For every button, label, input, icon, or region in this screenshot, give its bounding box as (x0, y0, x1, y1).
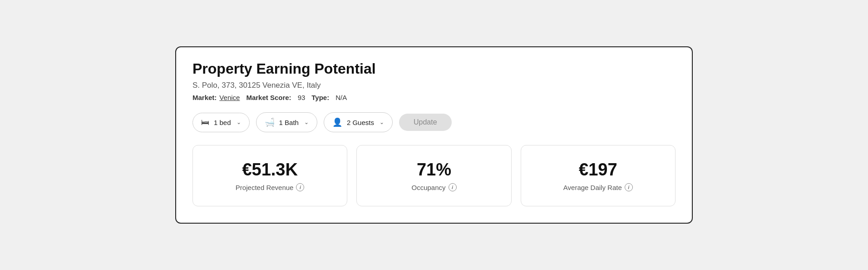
type-label: Type: (311, 94, 329, 101)
bath-dropdown[interactable]: 🛁 1 Bath ⌄ (256, 112, 317, 132)
bed-chevron-icon: ⌄ (237, 119, 241, 125)
occupancy-label-row: Occupancy i (411, 183, 456, 191)
bed-dropdown[interactable]: 🛏 1 bed ⌄ (192, 113, 250, 132)
update-button[interactable]: Update (399, 114, 452, 131)
market-link[interactable]: Venice (219, 94, 240, 101)
bath-icon: 🛁 (265, 117, 275, 127)
type-value: N/A (335, 94, 347, 101)
occupancy-info-icon[interactable]: i (449, 183, 457, 191)
page-title: Property Earning Potential (192, 60, 676, 77)
projected-revenue-value: €51.3K (242, 160, 298, 180)
adr-label-row: Average Daily Rate i (563, 183, 633, 191)
occupancy-card: 71% Occupancy i (356, 145, 511, 206)
property-earning-card: Property Earning Potential S. Polo, 373,… (175, 46, 693, 224)
adr-value: €197 (579, 160, 617, 180)
meta-row: Market: Venice Market Score: 93 Type: N/… (192, 94, 676, 101)
guest-icon: 👤 (332, 117, 342, 127)
bed-label: 1 bed (214, 119, 231, 126)
guests-chevron-icon: ⌄ (380, 119, 384, 125)
adr-label: Average Daily Rate (563, 184, 622, 191)
market-score-value: 93 (298, 94, 306, 101)
projected-revenue-card: €51.3K Projected Revenue i (192, 145, 347, 206)
guests-label: 2 Guests (347, 119, 374, 126)
metrics-row: €51.3K Projected Revenue i 71% Occupancy… (192, 145, 676, 206)
bed-icon: 🛏 (201, 118, 209, 127)
bath-label: 1 Bath (279, 119, 299, 126)
projected-revenue-label-row: Projected Revenue i (236, 183, 305, 191)
projected-revenue-info-icon[interactable]: i (296, 183, 304, 191)
market-label: Market: (192, 94, 217, 101)
property-address: S. Polo, 373, 30125 Venezia VE, Italy (192, 81, 676, 90)
bath-chevron-icon: ⌄ (304, 119, 309, 125)
adr-card: €197 Average Daily Rate i (521, 145, 676, 206)
market-score-label: Market Score: (246, 94, 291, 101)
occupancy-label: Occupancy (411, 184, 445, 191)
guests-dropdown[interactable]: 👤 2 Guests ⌄ (324, 112, 393, 132)
controls-row: 🛏 1 bed ⌄ 🛁 1 Bath ⌄ 👤 2 Guests ⌄ Update (192, 112, 676, 132)
occupancy-value: 71% (417, 160, 451, 180)
projected-revenue-label: Projected Revenue (236, 184, 294, 191)
adr-info-icon[interactable]: i (625, 183, 633, 191)
